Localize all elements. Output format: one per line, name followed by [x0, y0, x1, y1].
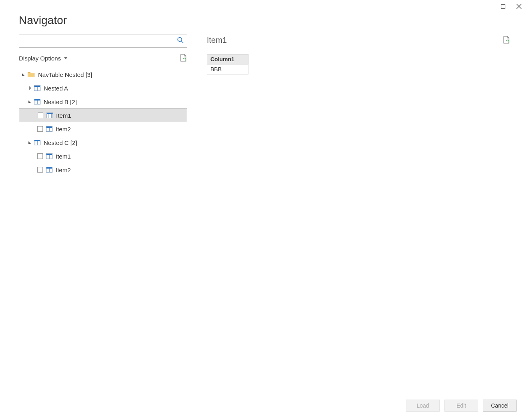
tree-nested-c-item1[interactable]: Item1 — [19, 149, 187, 163]
table-icon — [46, 126, 52, 132]
checkbox[interactable] — [38, 113, 43, 118]
table-icon — [46, 167, 52, 173]
display-options-label: Display Options — [19, 55, 61, 62]
tree-nested-c[interactable]: Nested C [2] — [19, 136, 187, 149]
svg-line-3 — [182, 41, 184, 43]
checkbox[interactable] — [37, 153, 43, 159]
tree-root-label: NavTable Nested [3] — [38, 71, 92, 78]
navigator-window: Navigator Display Options — [1, 1, 528, 419]
page-title: Navigator — [19, 14, 510, 27]
table-icon — [34, 99, 40, 104]
toggle-expanded-icon[interactable] — [21, 72, 26, 77]
tree-nested-c-label: Nested C [2] — [44, 139, 77, 146]
display-options-dropdown[interactable]: Display Options — [19, 55, 67, 62]
file-refresh-icon — [503, 36, 510, 44]
maximize-button[interactable] — [500, 3, 506, 10]
header: Navigator — [1, 12, 528, 34]
tree-nested-c-item2[interactable]: Item2 — [19, 163, 187, 177]
load-button[interactable]: Load — [406, 400, 440, 412]
close-button[interactable] — [516, 3, 522, 10]
table-icon — [34, 85, 40, 91]
checkbox[interactable] — [37, 167, 43, 173]
edit-button[interactable]: Edit — [444, 400, 478, 412]
table-cell: BBB — [207, 64, 248, 74]
cancel-button[interactable]: Cancel — [483, 400, 517, 412]
file-refresh-icon — [180, 54, 187, 62]
tree-nested-b-item1[interactable]: Item1 — [19, 109, 187, 122]
checkbox[interactable] — [37, 126, 43, 132]
right-pane: Item1 Column1 — [207, 34, 510, 392]
folder-icon — [28, 72, 35, 77]
search-input[interactable] — [19, 34, 187, 48]
tree-nested-a[interactable]: Nested A — [19, 81, 187, 95]
column-header[interactable]: Column1 — [207, 54, 248, 64]
tree: NavTable Nested [3] Nested A Nested B [2… — [19, 68, 187, 177]
tree-nested-b-item2[interactable]: Item2 — [19, 122, 187, 136]
tree-nested-c-item1-label: Item1 — [56, 153, 71, 160]
tree-nested-c-item2-label: Item2 — [56, 167, 71, 173]
refresh-button[interactable] — [180, 54, 187, 62]
search-wrap — [19, 34, 187, 48]
toggle-expanded-icon[interactable] — [28, 140, 32, 145]
toggle-expanded-icon[interactable] — [28, 99, 32, 104]
close-icon — [516, 4, 522, 9]
tree-nested-b-label: Nested B [2] — [44, 98, 77, 105]
table-icon — [46, 153, 52, 159]
preview-table: Column1 BBB — [207, 54, 248, 74]
table-row[interactable]: BBB — [207, 64, 248, 74]
tree-nested-b-item1-label: Item1 — [56, 112, 71, 119]
toggle-collapsed-icon[interactable] — [28, 86, 32, 90]
titlebar — [1, 1, 528, 12]
preview-title: Item1 — [207, 36, 227, 45]
maximize-icon — [501, 4, 505, 9]
vertical-divider — [197, 34, 197, 350]
svg-point-2 — [178, 38, 182, 42]
chevron-down-icon — [64, 57, 67, 59]
preview-refresh-button[interactable] — [503, 36, 510, 44]
tree-nested-b[interactable]: Nested B [2] — [19, 95, 187, 109]
left-pane: Display Options NavTable Nested — [19, 34, 187, 392]
tree-root[interactable]: NavTable Nested [3] — [19, 68, 187, 81]
tree-nested-b-item2-label: Item2 — [56, 126, 71, 133]
tree-nested-a-label: Nested A — [44, 85, 68, 92]
footer: Load Edit Cancel — [1, 392, 528, 419]
table-icon — [34, 140, 40, 145]
table-icon — [46, 113, 53, 118]
search-icon[interactable] — [177, 36, 184, 45]
